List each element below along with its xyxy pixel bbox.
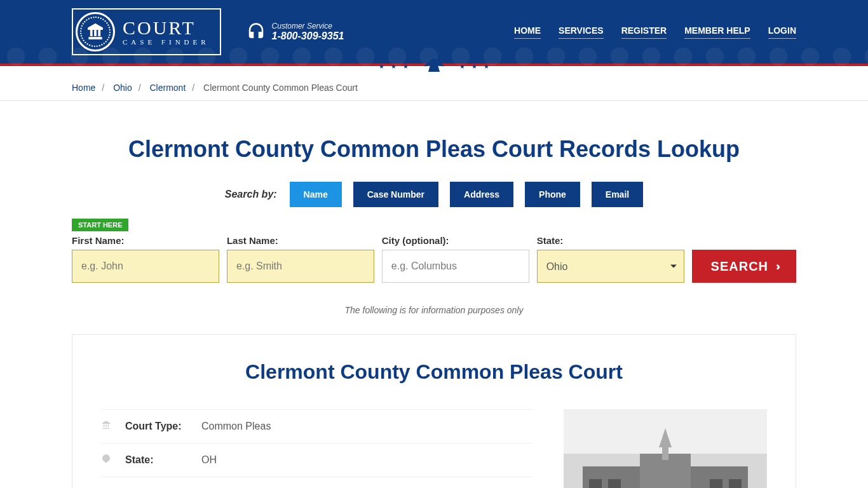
tab-case-number[interactable]: Case Number bbox=[353, 182, 438, 207]
crumb-ohio[interactable]: Ohio bbox=[113, 83, 132, 93]
search-button[interactable]: SEARCH ›› bbox=[692, 250, 796, 283]
start-here-badge: START HERE bbox=[72, 219, 128, 231]
city-label: City (optional): bbox=[382, 235, 529, 246]
court-seal-icon bbox=[76, 12, 115, 51]
site-logo[interactable]: COURT CASE FINDER bbox=[72, 8, 221, 55]
logo-text-main: COURT bbox=[123, 18, 210, 37]
search-by-label: Search by: bbox=[225, 189, 277, 200]
decorative-strip: ★★★ ★★★ bbox=[0, 64, 868, 75]
nav-login[interactable]: LOGIN bbox=[768, 25, 796, 39]
eagle-icon bbox=[415, 53, 453, 79]
info-value: Common Pleas bbox=[201, 421, 271, 432]
svg-point-0 bbox=[432, 60, 436, 64]
svg-rect-11 bbox=[589, 479, 602, 488]
crumb-clermont[interactable]: Clermont bbox=[150, 83, 186, 93]
tab-email[interactable]: Email bbox=[592, 182, 643, 207]
court-heading: Clermont County Common Pleas Court bbox=[101, 360, 767, 384]
headset-icon bbox=[247, 22, 266, 41]
search-button-label: SEARCH bbox=[711, 259, 768, 274]
crumb-home[interactable]: Home bbox=[72, 83, 95, 93]
support-label: Customer Service bbox=[272, 22, 344, 30]
first-name-label: First Name: bbox=[72, 235, 219, 246]
nav-services[interactable]: SERVICES bbox=[559, 25, 604, 39]
disclaimer-text: The following is for information purpose… bbox=[72, 305, 796, 315]
search-by-tabs: Search by: Name Case Number Address Phon… bbox=[72, 182, 796, 207]
info-row-state: State: OH bbox=[101, 444, 532, 477]
crumb-current: Clermont County Common Pleas Court bbox=[203, 83, 358, 93]
nav-home[interactable]: HOME bbox=[514, 25, 541, 39]
search-form: First Name: Last Name: City (optional): … bbox=[72, 235, 796, 283]
court-info-list: Court Type: Common Pleas State: OH Count… bbox=[101, 409, 532, 488]
info-row-type: Court Type: Common Pleas bbox=[101, 409, 532, 444]
nav-member-help[interactable]: MEMBER HELP bbox=[684, 25, 750, 39]
info-key: State: bbox=[125, 454, 201, 466]
last-name-label: Last Name: bbox=[227, 235, 374, 246]
state-select[interactable]: Ohio bbox=[537, 250, 684, 283]
state-label: State: bbox=[537, 235, 684, 246]
svg-rect-12 bbox=[608, 479, 621, 488]
courthouse-icon bbox=[101, 420, 114, 433]
map-icon bbox=[101, 454, 114, 466]
courthouse-photo bbox=[564, 409, 767, 488]
tab-phone[interactable]: Phone bbox=[525, 182, 580, 207]
chevron-right-icon: ›› bbox=[776, 260, 777, 273]
tab-name[interactable]: Name bbox=[290, 182, 342, 207]
svg-rect-13 bbox=[710, 479, 722, 488]
court-info-card: Clermont County Common Pleas Court Court… bbox=[72, 334, 796, 488]
city-input[interactable] bbox=[382, 250, 529, 283]
support-phone: 1-800-309-9351 bbox=[272, 30, 344, 42]
main-nav: HOME SERVICES REGISTER MEMBER HELP LOGIN bbox=[514, 25, 796, 39]
nav-register[interactable]: REGISTER bbox=[621, 25, 667, 39]
last-name-input[interactable] bbox=[227, 250, 374, 283]
breadcrumb: Home/ Ohio/ Clermont/ Clermont County Co… bbox=[62, 75, 806, 100]
tab-address[interactable]: Address bbox=[450, 182, 513, 207]
page-title: Clermont County Common Pleas Court Recor… bbox=[72, 136, 796, 163]
svg-rect-14 bbox=[729, 479, 742, 488]
info-row-county: County: Clermont bbox=[101, 477, 532, 488]
info-value: OH bbox=[201, 454, 217, 466]
info-key: Court Type: bbox=[125, 421, 201, 432]
first-name-input[interactable] bbox=[72, 250, 219, 283]
customer-service: Customer Service 1-800-309-9351 bbox=[247, 22, 344, 42]
svg-rect-6 bbox=[662, 444, 668, 460]
logo-text-sub: CASE FINDER bbox=[123, 39, 210, 46]
